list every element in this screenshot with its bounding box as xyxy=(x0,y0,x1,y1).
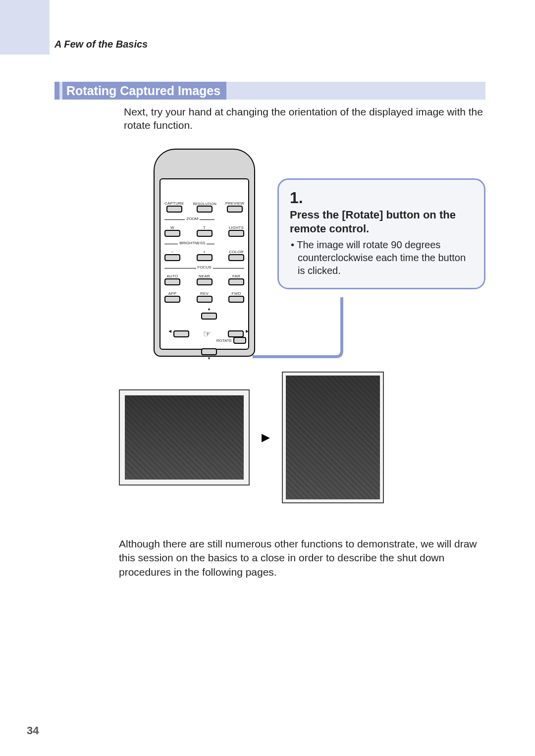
zoom-group-label: ZOOM xyxy=(185,216,200,221)
fwd-label: FWD xyxy=(232,291,241,296)
down-arrow-icon: ▼ xyxy=(207,356,211,361)
section-accent-bar xyxy=(54,82,59,100)
horse-carriage-photo-rotated xyxy=(286,376,380,499)
example-image-before xyxy=(119,389,250,486)
zoom-t-label: T xyxy=(203,225,206,230)
rotate-label: ROTATE xyxy=(216,338,232,343)
page-top-accent xyxy=(0,0,50,54)
up-arrow-icon: ▲ xyxy=(207,307,211,311)
brightness-minus-label: − xyxy=(171,250,174,254)
color-label: COLOR xyxy=(229,250,243,254)
brightness-plus-label: + xyxy=(203,250,206,254)
right-arrow-icon: ▶ xyxy=(246,329,249,333)
dpad: ▲ ◀ ☞ ▶ ▼ xyxy=(164,308,244,362)
focus-far-label: FAR xyxy=(232,274,240,278)
focus-auto-button[interactable] xyxy=(164,278,180,285)
color-button[interactable] xyxy=(228,254,244,261)
rotate-button[interactable] xyxy=(233,337,246,344)
rev-label: REV xyxy=(200,291,209,296)
focus-group-label: FOCUS xyxy=(196,265,213,270)
preview-button[interactable] xyxy=(227,206,243,213)
dpad-right-button[interactable] xyxy=(228,330,244,337)
transition-arrow-icon: ▶ xyxy=(262,431,270,444)
dpad-up-button[interactable] xyxy=(201,313,217,320)
focus-near-button[interactable] xyxy=(197,278,213,285)
page-number: 34 xyxy=(27,724,39,737)
app-button[interactable] xyxy=(164,296,180,303)
capture-button[interactable] xyxy=(166,206,182,213)
preview-label: PREVIEW xyxy=(225,201,244,206)
zoom-w-label: W xyxy=(170,225,174,230)
zoom-wide-button[interactable] xyxy=(164,230,180,237)
focus-near-label: NEAR xyxy=(199,274,210,278)
chapter-label: A Few of the Basics xyxy=(54,39,148,50)
dpad-left-button[interactable] xyxy=(173,330,189,337)
resolution-button[interactable] xyxy=(197,206,213,213)
lights-button[interactable] xyxy=(228,230,244,237)
brightness-down-button[interactable] xyxy=(164,254,180,261)
left-arrow-icon: ◀ xyxy=(168,329,171,333)
rotation-example-row: ▶ xyxy=(119,372,384,503)
section-heading-row: Rotating Captured Images xyxy=(54,82,485,100)
focus-auto-label: AUTO xyxy=(167,274,178,278)
zoom-tele-button[interactable] xyxy=(197,230,213,237)
rev-button[interactable] xyxy=(197,296,213,303)
horse-carriage-photo-landscape xyxy=(125,395,244,480)
focus-far-button[interactable] xyxy=(228,278,244,285)
resolution-label: RESOLUTION xyxy=(193,202,216,206)
step-title: Press the [Rotate] button on the remote … xyxy=(290,208,473,235)
example-image-after xyxy=(282,372,384,503)
remote-control-illustration: Canon CAPTURE RESOLUTION PREVIEW ZOOM W … xyxy=(154,149,255,357)
fwd-button[interactable] xyxy=(228,296,244,303)
step-number: 1. xyxy=(290,189,473,207)
lights-label: LIGHTS xyxy=(229,225,244,230)
callout-connector-line xyxy=(253,297,352,362)
brightness-group-label: BRIGHTNESS xyxy=(178,241,207,245)
brightness-up-button[interactable] xyxy=(197,254,213,261)
app-label: APP xyxy=(168,291,177,296)
dpad-down-button[interactable] xyxy=(201,348,217,355)
intro-paragraph: Next, try your hand at changing the orie… xyxy=(124,105,485,132)
section-title: Rotating Captured Images xyxy=(62,82,226,100)
closing-paragraph: Although there are still numerous other … xyxy=(119,537,485,579)
step-body: • The image will rotate 90 degrees count… xyxy=(290,238,473,277)
capture-label: CAPTURE xyxy=(164,201,184,206)
hand-icon: ☞ xyxy=(203,328,211,339)
step-callout: 1. Press the [Rotate] button on the remo… xyxy=(277,178,485,289)
